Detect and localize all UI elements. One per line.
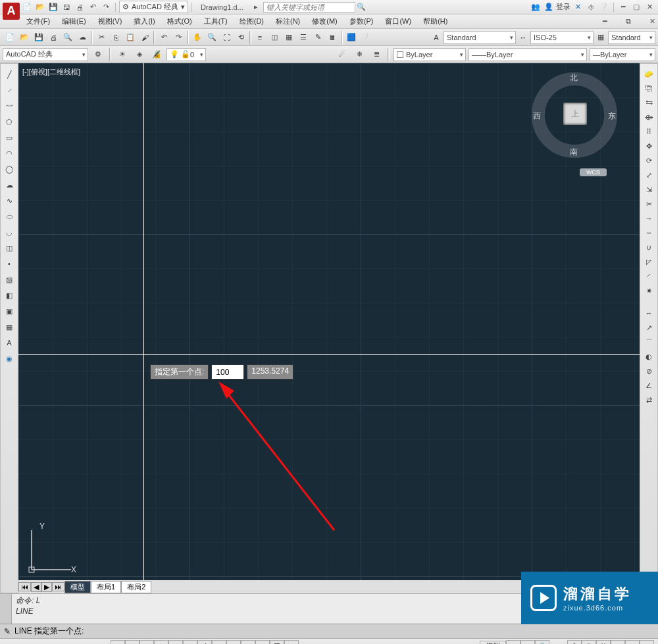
table-icon[interactable]: ▦	[1, 319, 17, 335]
polar-toggle[interactable]: ✶	[154, 640, 168, 645]
match-icon[interactable]: 🖌	[138, 30, 152, 45]
menu-draw[interactable]: 绘图(D)	[240, 16, 264, 26]
layer-dropdown[interactable]: 💡 🔓 0	[166, 48, 206, 61]
qp-toggle[interactable]: ☰	[270, 640, 284, 645]
snap-toggle[interactable]: ⊞	[111, 640, 125, 645]
tab-model[interactable]: 模型	[64, 581, 91, 593]
doc-close-icon[interactable]: ✕	[646, 16, 658, 28]
new-icon[interactable]: 📄	[3, 30, 17, 45]
trim-icon[interactable]: ✂	[642, 197, 656, 211]
menu-file[interactable]: 文件(F)	[26, 16, 50, 26]
markup-icon[interactable]: ✎	[311, 30, 325, 45]
cut-icon[interactable]: ✂	[94, 30, 109, 45]
status-anno-icon[interactable]: Å	[567, 640, 582, 645]
status-layout-icon[interactable]: ⬒	[520, 640, 535, 645]
quick-open-icon[interactable]: 📂	[34, 1, 46, 13]
exchange-icon[interactable]: 👥	[530, 1, 542, 13]
paste-icon[interactable]: 📋	[123, 30, 138, 45]
dim-aligned-icon[interactable]: ↗	[642, 320, 656, 335]
props-icon[interactable]: ≡	[253, 30, 267, 45]
polyline-icon[interactable]: 〰	[1, 98, 17, 114]
layer-prev-icon[interactable]: ◈	[132, 47, 147, 62]
break-icon[interactable]: ╌	[642, 226, 656, 240]
addselect-icon[interactable]: ◉	[1, 351, 17, 366]
line-color-icon[interactable]: 🟦	[344, 30, 359, 45]
fillet-icon[interactable]: ◜	[642, 269, 656, 284]
sub-dropdown-icon[interactable]: ⯑	[585, 1, 597, 13]
tab-first-icon[interactable]: ⏮	[18, 582, 31, 591]
dim-dia-icon[interactable]: ⊘	[642, 364, 656, 378]
lwt-toggle[interactable]: ≡	[241, 640, 255, 645]
tablestyle-icon[interactable]: ▦	[594, 30, 608, 45]
calc-icon[interactable]: 🖩	[325, 30, 340, 45]
ellipse-icon[interactable]: ⬭	[1, 209, 17, 224]
status-quickview-icon[interactable]: ▥	[506, 640, 520, 645]
arc-icon[interactable]: ◠	[1, 145, 17, 161]
quick-new-icon[interactable]: 📄	[21, 1, 33, 13]
rotate-icon[interactable]: ⟳	[642, 153, 656, 168]
doc-minimize-icon[interactable]: ━	[599, 16, 611, 28]
quick-redo-icon[interactable]: ↷	[100, 1, 112, 13]
save-icon[interactable]: 💾	[32, 30, 46, 45]
linetype-dropdown[interactable]: —— ByLayer	[468, 48, 587, 61]
viewcube[interactable]: 上 北 南 东 西	[532, 72, 617, 158]
menu-help[interactable]: 帮助(H)	[423, 16, 447, 26]
quick-undo-icon[interactable]: ↶	[87, 1, 99, 13]
block-icon[interactable]: ◫	[1, 240, 17, 256]
search-icon[interactable]: 🔍	[355, 1, 367, 13]
ortho-toggle[interactable]: ⟂	[139, 640, 154, 645]
doc-dropdown-icon[interactable]: ▸	[250, 1, 262, 13]
text-style-dropdown[interactable]: Standard	[443, 31, 516, 44]
cmd-handle[interactable]	[0, 594, 12, 624]
viewport-label[interactable]: [-][俯视][二维线框]	[22, 67, 80, 77]
layer-state-icon[interactable]: 🔏	[149, 47, 164, 62]
gradient-icon[interactable]: ◧	[1, 287, 17, 303]
array-icon[interactable]: ⠿	[642, 124, 656, 139]
otrack-toggle[interactable]: ∠	[197, 640, 212, 645]
layer-icon[interactable]: ☀	[115, 47, 130, 62]
lineweight-dropdown[interactable]: — ByLayer	[590, 48, 655, 61]
grid-toggle[interactable]: ▦	[125, 640, 139, 645]
drawing-area[interactable]: [-][俯视][二维线框] 上 北 南 东 西 WCS 指定第一个点: 1253…	[18, 63, 640, 593]
zoomwin-icon[interactable]: ⛶	[219, 30, 234, 45]
revcloud-icon[interactable]: ☁	[1, 177, 17, 193]
preview-icon[interactable]: 🔍	[61, 30, 75, 45]
design-icon[interactable]: ◫	[267, 30, 282, 45]
menu-insert[interactable]: 插入(I)	[134, 16, 155, 26]
3dosnap-toggle[interactable]: ◈	[183, 640, 197, 645]
tpy-toggle[interactable]: ▫	[255, 640, 270, 645]
osnap-toggle[interactable]: ◎	[168, 640, 183, 645]
tab-prev-icon[interactable]: ◀	[31, 582, 41, 592]
dyn-x-input[interactable]	[211, 364, 244, 380]
dim-radius-icon[interactable]: ◐	[642, 349, 656, 364]
zoom-icon[interactable]: 🔍	[205, 30, 219, 45]
quick-print-icon[interactable]: 🖨	[74, 1, 86, 13]
status-clean-icon[interactable]: ▭	[640, 640, 654, 645]
join-icon[interactable]: ∪	[642, 240, 656, 255]
line-icon[interactable]: ╱	[1, 66, 17, 82]
status-iso-icon[interactable]: ▤	[625, 640, 640, 645]
quick-saveas-icon[interactable]: 🖫	[61, 1, 72, 13]
status-ws-icon[interactable]: ⚒	[596, 640, 611, 645]
erase-icon[interactable]: 🧽	[642, 66, 656, 81]
layer-iso-icon[interactable]: ❄	[352, 47, 367, 62]
dim-quick-icon[interactable]: ⇄	[642, 393, 656, 407]
layer-mgr-icon[interactable]: ≣	[369, 47, 384, 62]
circle-icon[interactable]: ◯	[1, 161, 17, 177]
point-icon[interactable]: •	[1, 256, 17, 272]
sc-toggle[interactable]: ◧	[284, 640, 299, 645]
table-style-dropdown[interactable]: Standard	[608, 31, 655, 44]
xline-icon[interactable]: ⟋	[1, 82, 17, 98]
menu-dim[interactable]: 标注(N)	[276, 16, 300, 26]
search-input[interactable]	[263, 2, 355, 12]
tool-palette-icon[interactable]: ▦	[282, 30, 296, 45]
menu-view[interactable]: 视图(V)	[98, 16, 122, 26]
status-model[interactable]: 模型	[480, 641, 506, 644]
open-icon[interactable]: 📂	[17, 30, 32, 45]
menu-window[interactable]: 窗口(W)	[385, 16, 411, 26]
dim-linear-icon[interactable]: ↔	[642, 306, 656, 320]
wcs-badge[interactable]: WCS	[580, 168, 607, 176]
ellipse-arc-icon[interactable]: ◡	[1, 224, 17, 240]
dyn-toggle[interactable]: ⊕	[226, 640, 241, 645]
tab-next-icon[interactable]: ▶	[41, 582, 52, 592]
